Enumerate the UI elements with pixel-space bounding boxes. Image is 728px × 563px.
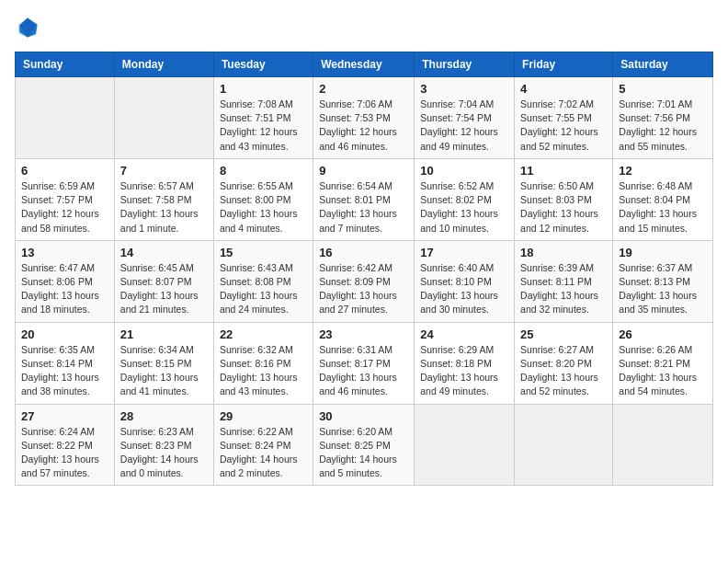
calendar-cell: 16Sunrise: 6:42 AM Sunset: 8:09 PM Dayli…: [313, 240, 415, 322]
page-header: [15, 15, 713, 40]
day-info: Sunrise: 7:08 AM Sunset: 7:51 PM Dayligh…: [220, 98, 307, 154]
day-number: 16: [319, 246, 408, 259]
day-info: Sunrise: 6:27 AM Sunset: 8:20 PM Dayligh…: [520, 343, 607, 399]
day-number: 30: [319, 409, 408, 423]
weekday-header-thursday: Thursday: [415, 52, 515, 77]
logo-icon: [15, 15, 40, 40]
day-info: Sunrise: 6:31 AM Sunset: 8:17 PM Dayligh…: [319, 343, 408, 399]
calendar-cell: 7Sunrise: 6:57 AM Sunset: 7:58 PM Daylig…: [114, 158, 213, 240]
calendar-cell: 25Sunrise: 6:27 AM Sunset: 8:20 PM Dayli…: [515, 322, 613, 404]
day-number: 2: [319, 82, 408, 96]
calendar-cell: 30Sunrise: 6:20 AM Sunset: 8:25 PM Dayli…: [313, 404, 415, 486]
day-info: Sunrise: 6:52 AM Sunset: 8:02 PM Dayligh…: [420, 179, 508, 236]
day-info: Sunrise: 7:04 AM Sunset: 7:54 PM Dayligh…: [420, 98, 508, 154]
calendar-cell: 27Sunrise: 6:24 AM Sunset: 8:22 PM Dayli…: [16, 404, 115, 486]
day-info: Sunrise: 6:22 AM Sunset: 8:24 PM Dayligh…: [220, 425, 307, 481]
day-number: 23: [319, 327, 408, 341]
day-number: 27: [21, 409, 108, 423]
weekday-header-monday: Monday: [114, 52, 213, 77]
calendar-cell: 1Sunrise: 7:08 AM Sunset: 7:51 PM Daylig…: [213, 77, 313, 159]
day-number: 19: [619, 246, 707, 259]
day-number: 24: [420, 327, 508, 341]
day-info: Sunrise: 6:26 AM Sunset: 8:21 PM Dayligh…: [619, 343, 707, 399]
calendar-cell: 19Sunrise: 6:37 AM Sunset: 8:13 PM Dayli…: [613, 240, 713, 322]
day-number: 29: [220, 409, 307, 423]
day-number: 21: [120, 327, 208, 341]
day-info: Sunrise: 6:40 AM Sunset: 8:10 PM Dayligh…: [420, 261, 508, 317]
weekday-header-friday: Friday: [515, 52, 613, 77]
weekday-header-wednesday: Wednesday: [313, 52, 415, 77]
calendar-cell: 15Sunrise: 6:43 AM Sunset: 8:08 PM Dayli…: [213, 240, 313, 322]
calendar-cell: 11Sunrise: 6:50 AM Sunset: 8:03 PM Dayli…: [515, 158, 613, 240]
calendar-week-3: 13Sunrise: 6:47 AM Sunset: 8:06 PM Dayli…: [16, 240, 713, 322]
calendar-cell: 26Sunrise: 6:26 AM Sunset: 8:21 PM Dayli…: [613, 322, 713, 404]
day-number: 11: [520, 164, 607, 178]
calendar-cell: 17Sunrise: 6:40 AM Sunset: 8:10 PM Dayli…: [415, 240, 515, 322]
day-number: 3: [420, 82, 508, 96]
weekday-header-sunday: Sunday: [16, 52, 115, 77]
calendar-week-4: 20Sunrise: 6:35 AM Sunset: 8:14 PM Dayli…: [16, 322, 713, 404]
calendar-body: 1Sunrise: 7:08 AM Sunset: 7:51 PM Daylig…: [16, 77, 713, 486]
day-number: 22: [220, 327, 307, 341]
day-number: 28: [120, 409, 208, 423]
calendar-cell: 24Sunrise: 6:29 AM Sunset: 8:18 PM Dayli…: [415, 322, 515, 404]
calendar-cell: 14Sunrise: 6:45 AM Sunset: 8:07 PM Dayli…: [114, 240, 213, 322]
calendar-week-5: 27Sunrise: 6:24 AM Sunset: 8:22 PM Dayli…: [16, 404, 713, 486]
weekday-header-saturday: Saturday: [613, 52, 713, 77]
day-number: 17: [420, 246, 508, 259]
calendar-cell: 9Sunrise: 6:54 AM Sunset: 8:01 PM Daylig…: [313, 158, 415, 240]
calendar-week-1: 1Sunrise: 7:08 AM Sunset: 7:51 PM Daylig…: [16, 77, 713, 159]
day-info: Sunrise: 6:20 AM Sunset: 8:25 PM Dayligh…: [319, 425, 408, 481]
calendar-cell: [613, 404, 713, 486]
calendar-cell: 18Sunrise: 6:39 AM Sunset: 8:11 PM Dayli…: [515, 240, 613, 322]
calendar-cell: 22Sunrise: 6:32 AM Sunset: 8:16 PM Dayli…: [213, 322, 313, 404]
calendar-cell: [415, 404, 515, 486]
day-info: Sunrise: 6:55 AM Sunset: 8:00 PM Dayligh…: [220, 179, 307, 236]
day-info: Sunrise: 6:32 AM Sunset: 8:16 PM Dayligh…: [220, 343, 307, 399]
day-info: Sunrise: 7:01 AM Sunset: 7:56 PM Dayligh…: [619, 98, 707, 154]
calendar-cell: 23Sunrise: 6:31 AM Sunset: 8:17 PM Dayli…: [313, 322, 415, 404]
calendar-cell: 5Sunrise: 7:01 AM Sunset: 7:56 PM Daylig…: [613, 77, 713, 159]
day-number: 5: [619, 82, 707, 96]
logo: [15, 15, 44, 40]
day-info: Sunrise: 6:29 AM Sunset: 8:18 PM Dayligh…: [420, 343, 508, 399]
day-number: 4: [520, 82, 607, 96]
day-number: 15: [220, 246, 307, 259]
day-info: Sunrise: 6:59 AM Sunset: 7:57 PM Dayligh…: [21, 179, 108, 236]
day-info: Sunrise: 7:06 AM Sunset: 7:53 PM Dayligh…: [319, 98, 408, 154]
day-number: 25: [520, 327, 607, 341]
day-info: Sunrise: 6:34 AM Sunset: 8:15 PM Dayligh…: [120, 343, 208, 399]
calendar-header-row: SundayMondayTuesdayWednesdayThursdayFrid…: [16, 52, 713, 77]
day-info: Sunrise: 6:37 AM Sunset: 8:13 PM Dayligh…: [619, 261, 707, 317]
calendar-cell: [16, 77, 115, 159]
weekday-header-tuesday: Tuesday: [213, 52, 313, 77]
day-info: Sunrise: 7:02 AM Sunset: 7:55 PM Dayligh…: [520, 98, 607, 154]
calendar-table: SundayMondayTuesdayWednesdayThursdayFrid…: [15, 52, 713, 486]
day-info: Sunrise: 6:42 AM Sunset: 8:09 PM Dayligh…: [319, 261, 408, 317]
day-info: Sunrise: 6:45 AM Sunset: 8:07 PM Dayligh…: [120, 261, 208, 317]
day-number: 9: [319, 164, 408, 178]
day-info: Sunrise: 6:23 AM Sunset: 8:23 PM Dayligh…: [120, 425, 208, 481]
day-number: 10: [420, 164, 508, 178]
day-info: Sunrise: 6:39 AM Sunset: 8:11 PM Dayligh…: [520, 261, 607, 317]
calendar-cell: 29Sunrise: 6:22 AM Sunset: 8:24 PM Dayli…: [213, 404, 313, 486]
calendar-cell: 2Sunrise: 7:06 AM Sunset: 7:53 PM Daylig…: [313, 77, 415, 159]
calendar-cell: 3Sunrise: 7:04 AM Sunset: 7:54 PM Daylig…: [415, 77, 515, 159]
calendar-cell: [114, 77, 213, 159]
calendar-cell: 28Sunrise: 6:23 AM Sunset: 8:23 PM Dayli…: [114, 404, 213, 486]
calendar-cell: 13Sunrise: 6:47 AM Sunset: 8:06 PM Dayli…: [16, 240, 115, 322]
day-number: 18: [520, 246, 607, 259]
day-number: 8: [220, 164, 307, 178]
calendar-cell: 10Sunrise: 6:52 AM Sunset: 8:02 PM Dayli…: [415, 158, 515, 240]
day-info: Sunrise: 6:47 AM Sunset: 8:06 PM Dayligh…: [21, 261, 108, 317]
day-number: 6: [21, 164, 108, 178]
calendar-cell: 6Sunrise: 6:59 AM Sunset: 7:57 PM Daylig…: [16, 158, 115, 240]
day-info: Sunrise: 6:24 AM Sunset: 8:22 PM Dayligh…: [21, 425, 108, 481]
day-info: Sunrise: 6:43 AM Sunset: 8:08 PM Dayligh…: [220, 261, 307, 317]
day-number: 1: [220, 82, 307, 96]
day-info: Sunrise: 6:57 AM Sunset: 7:58 PM Dayligh…: [120, 179, 208, 236]
calendar-week-2: 6Sunrise: 6:59 AM Sunset: 7:57 PM Daylig…: [16, 158, 713, 240]
calendar-cell: [515, 404, 613, 486]
day-number: 12: [619, 164, 707, 178]
day-number: 14: [120, 246, 208, 259]
